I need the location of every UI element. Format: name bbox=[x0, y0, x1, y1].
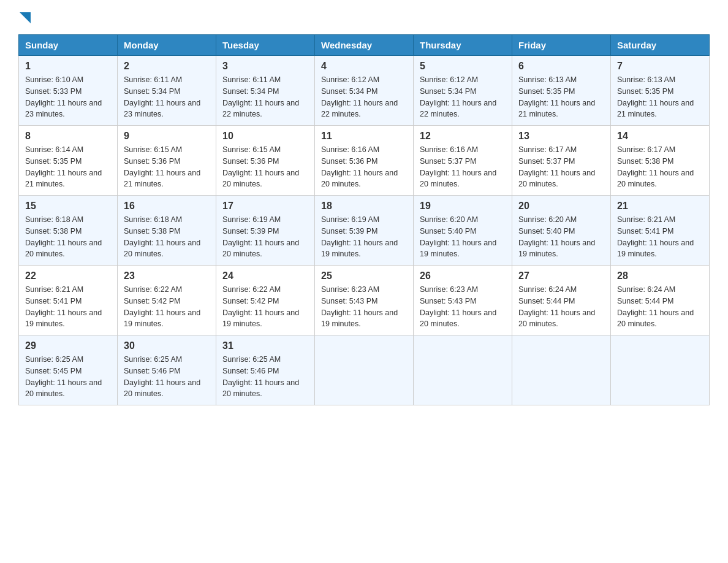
day-info: Sunrise: 6:23 AMSunset: 5:43 PMDaylight:… bbox=[321, 284, 407, 330]
calendar-cell: 16 Sunrise: 6:18 AMSunset: 5:38 PMDaylig… bbox=[118, 196, 216, 266]
calendar-cell: 9 Sunrise: 6:15 AMSunset: 5:36 PMDayligh… bbox=[118, 126, 216, 196]
day-info: Sunrise: 6:24 AMSunset: 5:44 PMDaylight:… bbox=[518, 284, 604, 330]
day-number: 1 bbox=[25, 61, 111, 72]
calendar-cell bbox=[512, 335, 611, 405]
day-number: 14 bbox=[617, 131, 703, 142]
day-number: 20 bbox=[518, 201, 604, 212]
day-info: Sunrise: 6:21 AMSunset: 5:41 PMDaylight:… bbox=[617, 214, 703, 260]
day-info: Sunrise: 6:15 AMSunset: 5:36 PMDaylight:… bbox=[124, 144, 210, 190]
calendar-cell: 18 Sunrise: 6:19 AMSunset: 5:39 PMDaylig… bbox=[315, 196, 414, 266]
day-info: Sunrise: 6:16 AMSunset: 5:37 PMDaylight:… bbox=[420, 144, 506, 190]
day-number: 8 bbox=[25, 131, 111, 142]
day-info: Sunrise: 6:14 AMSunset: 5:35 PMDaylight:… bbox=[25, 144, 111, 190]
calendar-table: SundayMondayTuesdayWednesdayThursdayFrid… bbox=[18, 34, 710, 405]
day-info: Sunrise: 6:25 AMSunset: 5:45 PMDaylight:… bbox=[25, 354, 111, 400]
weekday-header-wednesday: Wednesday bbox=[315, 35, 414, 56]
calendar-cell: 2 Sunrise: 6:11 AMSunset: 5:34 PMDayligh… bbox=[118, 56, 216, 126]
calendar-cell: 22 Sunrise: 6:21 AMSunset: 5:41 PMDaylig… bbox=[19, 266, 118, 335]
day-number: 17 bbox=[222, 201, 308, 212]
calendar-week-row: 15 Sunrise: 6:18 AMSunset: 5:38 PMDaylig… bbox=[19, 196, 710, 266]
day-number: 27 bbox=[518, 270, 604, 282]
day-info: Sunrise: 6:11 AMSunset: 5:34 PMDaylight:… bbox=[124, 74, 210, 120]
day-info: Sunrise: 6:13 AMSunset: 5:35 PMDaylight:… bbox=[617, 74, 703, 120]
day-number: 31 bbox=[222, 340, 308, 351]
day-number: 21 bbox=[617, 201, 703, 212]
calendar-cell: 11 Sunrise: 6:16 AMSunset: 5:36 PMDaylig… bbox=[315, 126, 414, 196]
day-info: Sunrise: 6:20 AMSunset: 5:40 PMDaylight:… bbox=[518, 214, 604, 260]
weekday-header-tuesday: Tuesday bbox=[216, 35, 315, 56]
day-info: Sunrise: 6:11 AMSunset: 5:34 PMDaylight:… bbox=[222, 74, 308, 120]
calendar-cell: 29 Sunrise: 6:25 AMSunset: 5:45 PMDaylig… bbox=[19, 335, 118, 405]
day-info: Sunrise: 6:12 AMSunset: 5:34 PMDaylight:… bbox=[420, 74, 506, 120]
calendar-week-row: 22 Sunrise: 6:21 AMSunset: 5:41 PMDaylig… bbox=[19, 266, 710, 335]
calendar-cell: 25 Sunrise: 6:23 AMSunset: 5:43 PMDaylig… bbox=[315, 266, 414, 335]
day-number: 26 bbox=[420, 270, 506, 282]
calendar-cell: 23 Sunrise: 6:22 AMSunset: 5:42 PMDaylig… bbox=[118, 266, 216, 335]
calendar-cell: 19 Sunrise: 6:20 AMSunset: 5:40 PMDaylig… bbox=[414, 196, 512, 266]
day-number: 30 bbox=[124, 340, 210, 351]
calendar-cell: 7 Sunrise: 6:13 AMSunset: 5:35 PMDayligh… bbox=[611, 56, 710, 126]
day-number: 2 bbox=[124, 61, 210, 72]
day-number: 9 bbox=[124, 131, 210, 142]
calendar-cell bbox=[315, 335, 414, 405]
calendar-cell: 13 Sunrise: 6:17 AMSunset: 5:37 PMDaylig… bbox=[512, 126, 611, 196]
day-info: Sunrise: 6:22 AMSunset: 5:42 PMDaylight:… bbox=[124, 284, 210, 330]
calendar-cell: 5 Sunrise: 6:12 AMSunset: 5:34 PMDayligh… bbox=[414, 56, 512, 126]
day-info: Sunrise: 6:12 AMSunset: 5:34 PMDaylight:… bbox=[321, 74, 407, 120]
calendar-cell: 8 Sunrise: 6:14 AMSunset: 5:35 PMDayligh… bbox=[19, 126, 118, 196]
day-info: Sunrise: 6:21 AMSunset: 5:41 PMDaylight:… bbox=[25, 284, 111, 330]
day-info: Sunrise: 6:18 AMSunset: 5:38 PMDaylight:… bbox=[124, 214, 210, 260]
day-number: 22 bbox=[25, 270, 111, 282]
day-info: Sunrise: 6:13 AMSunset: 5:35 PMDaylight:… bbox=[518, 74, 604, 120]
day-info: Sunrise: 6:24 AMSunset: 5:44 PMDaylight:… bbox=[617, 284, 703, 330]
calendar-cell bbox=[414, 335, 512, 405]
day-number: 24 bbox=[222, 270, 308, 282]
day-number: 18 bbox=[321, 201, 407, 212]
calendar-cell: 20 Sunrise: 6:20 AMSunset: 5:40 PMDaylig… bbox=[512, 196, 611, 266]
day-number: 7 bbox=[617, 61, 703, 72]
calendar-cell bbox=[611, 335, 710, 405]
day-info: Sunrise: 6:22 AMSunset: 5:42 PMDaylight:… bbox=[222, 284, 308, 330]
page-header bbox=[18, 12, 710, 22]
day-info: Sunrise: 6:17 AMSunset: 5:38 PMDaylight:… bbox=[617, 144, 703, 190]
calendar-cell: 10 Sunrise: 6:15 AMSunset: 5:36 PMDaylig… bbox=[216, 126, 315, 196]
day-number: 29 bbox=[25, 340, 111, 351]
day-info: Sunrise: 6:20 AMSunset: 5:40 PMDaylight:… bbox=[420, 214, 506, 260]
day-number: 6 bbox=[518, 61, 604, 72]
weekday-header-sunday: Sunday bbox=[19, 35, 118, 56]
calendar-cell: 17 Sunrise: 6:19 AMSunset: 5:39 PMDaylig… bbox=[216, 196, 315, 266]
day-number: 3 bbox=[222, 61, 308, 72]
calendar-cell: 1 Sunrise: 6:10 AMSunset: 5:33 PMDayligh… bbox=[19, 56, 118, 126]
weekday-header-friday: Friday bbox=[512, 35, 611, 56]
day-info: Sunrise: 6:16 AMSunset: 5:36 PMDaylight:… bbox=[321, 144, 407, 190]
calendar-cell: 14 Sunrise: 6:17 AMSunset: 5:38 PMDaylig… bbox=[611, 126, 710, 196]
logo bbox=[18, 12, 31, 22]
day-info: Sunrise: 6:17 AMSunset: 5:37 PMDaylight:… bbox=[518, 144, 604, 190]
calendar-cell: 27 Sunrise: 6:24 AMSunset: 5:44 PMDaylig… bbox=[512, 266, 611, 335]
weekday-header-thursday: Thursday bbox=[414, 35, 512, 56]
calendar-cell: 24 Sunrise: 6:22 AMSunset: 5:42 PMDaylig… bbox=[216, 266, 315, 335]
calendar-week-row: 29 Sunrise: 6:25 AMSunset: 5:45 PMDaylig… bbox=[19, 335, 710, 405]
day-info: Sunrise: 6:18 AMSunset: 5:38 PMDaylight:… bbox=[25, 214, 111, 260]
day-number: 13 bbox=[518, 131, 604, 142]
calendar-week-row: 1 Sunrise: 6:10 AMSunset: 5:33 PMDayligh… bbox=[19, 56, 710, 126]
day-info: Sunrise: 6:19 AMSunset: 5:39 PMDaylight:… bbox=[222, 214, 308, 260]
day-number: 12 bbox=[420, 131, 506, 142]
calendar-header: SundayMondayTuesdayWednesdayThursdayFrid… bbox=[19, 35, 710, 56]
day-number: 10 bbox=[222, 131, 308, 142]
day-number: 4 bbox=[321, 61, 407, 72]
calendar-cell: 31 Sunrise: 6:25 AMSunset: 5:46 PMDaylig… bbox=[216, 335, 315, 405]
calendar-cell: 6 Sunrise: 6:13 AMSunset: 5:35 PMDayligh… bbox=[512, 56, 611, 126]
calendar-cell: 26 Sunrise: 6:23 AMSunset: 5:43 PMDaylig… bbox=[414, 266, 512, 335]
calendar-cell: 12 Sunrise: 6:16 AMSunset: 5:37 PMDaylig… bbox=[414, 126, 512, 196]
calendar-cell: 4 Sunrise: 6:12 AMSunset: 5:34 PMDayligh… bbox=[315, 56, 414, 126]
day-info: Sunrise: 6:15 AMSunset: 5:36 PMDaylight:… bbox=[222, 144, 308, 190]
day-number: 23 bbox=[124, 270, 210, 282]
day-info: Sunrise: 6:19 AMSunset: 5:39 PMDaylight:… bbox=[321, 214, 407, 260]
day-number: 25 bbox=[321, 270, 407, 282]
weekday-header-monday: Monday bbox=[118, 35, 216, 56]
day-info: Sunrise: 6:23 AMSunset: 5:43 PMDaylight:… bbox=[420, 284, 506, 330]
day-number: 11 bbox=[321, 131, 407, 142]
calendar-body: 1 Sunrise: 6:10 AMSunset: 5:33 PMDayligh… bbox=[19, 56, 710, 405]
calendar-week-row: 8 Sunrise: 6:14 AMSunset: 5:35 PMDayligh… bbox=[19, 126, 710, 196]
